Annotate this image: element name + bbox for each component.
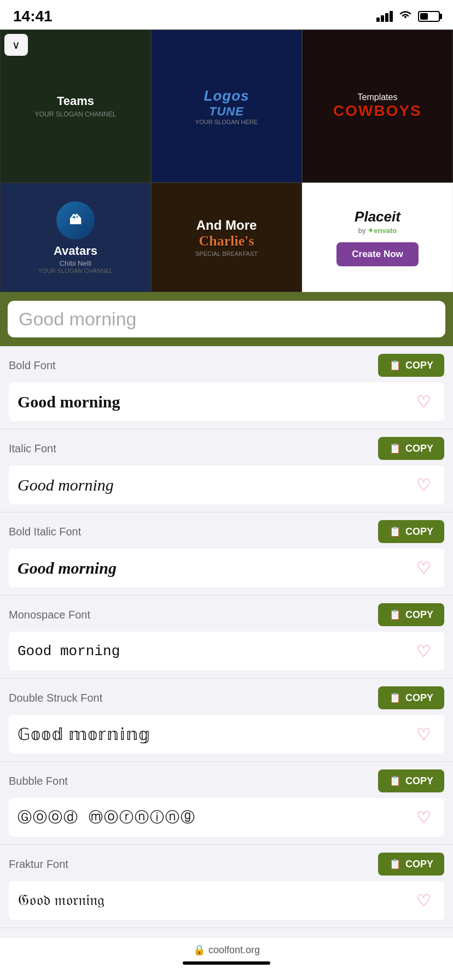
ad-placeit[interactable]: Placeit by ✦envato Create Now: [302, 183, 453, 292]
font-label-bolditalic: Bold Italic Font: [9, 526, 81, 538]
font-card-bubble: Bubble Font 📋 COPY Ⓖⓞⓞⓓ ⓜⓞⓡⓝⓘⓝⓖ ♡: [0, 762, 453, 845]
font-label-bubble: Bubble Font: [9, 775, 68, 788]
copy-icon-fraktur: 📋: [389, 858, 401, 870]
heart-button-bolditalic[interactable]: ♡: [412, 556, 435, 580]
copy-button-bubble[interactable]: 📋 COPY: [378, 769, 444, 792]
copy-icon-bolditalic: 📋: [389, 526, 401, 538]
copy-icon-bold: 📋: [389, 359, 401, 371]
copy-button-bold[interactable]: 📋 COPY: [378, 354, 444, 377]
ad-special-label: SPECIAL BREAKFAST: [195, 250, 258, 257]
ad-teams-sublabel: YOUR SLOGAN CHANNEL: [35, 110, 117, 118]
copy-icon-bubble: 📋: [389, 775, 401, 787]
heart-button-fraktur[interactable]: ♡: [412, 889, 435, 912]
heart-button-doublestruck[interactable]: ♡: [412, 722, 435, 746]
font-list: Bold Font 📋 COPY Good morning ♡ Italic F…: [0, 346, 453, 980]
ad-tile-templates[interactable]: Templates COWBOYS: [302, 30, 453, 183]
heart-button-italic[interactable]: ♡: [412, 473, 435, 497]
copy-button-italic[interactable]: 📋 COPY: [378, 437, 444, 460]
font-card-bolditalic: Bold Italic Font 📋 COPY Good morning ♡: [0, 512, 453, 596]
copy-icon-italic: 📋: [389, 442, 401, 454]
signal-icon: [376, 11, 393, 22]
font-label-fraktur: Fraktur Font: [9, 858, 68, 871]
home-indicator[interactable]: [183, 961, 270, 965]
dropdown-button[interactable]: ∨: [4, 34, 28, 56]
ad-avatars-label: Avatars: [54, 244, 97, 258]
wifi-icon: [398, 9, 413, 24]
search-section: [0, 292, 453, 346]
ad-tile-andmore[interactable]: And More Charlie's SPECIAL BREAKFAST: [151, 183, 302, 292]
search-input[interactable]: [19, 308, 434, 330]
url-text: coolfont.org: [208, 944, 260, 956]
font-label-italic: Italic Font: [9, 442, 56, 455]
font-preview-bolditalic: Good morning: [18, 559, 412, 578]
heart-button-bubble[interactable]: ♡: [412, 806, 435, 829]
font-preview-bubble: Ⓖⓞⓞⓓ ⓜⓞⓡⓝⓘⓝⓖ: [18, 808, 412, 827]
battery-icon: [418, 11, 440, 22]
placeit-create-button[interactable]: Create Now: [336, 242, 419, 266]
heart-button-mono[interactable]: ♡: [412, 639, 435, 663]
font-label-bold: Bold Font: [9, 359, 56, 372]
ad-tile-logos[interactable]: Logos TUNE YOUR SLOGAN HERE: [151, 30, 302, 183]
copy-icon-mono: 📋: [389, 609, 401, 621]
ad-yourslogan-label: YOUR SLOGAN CHANNEL: [38, 267, 113, 274]
avatar-circle: 🏔: [56, 201, 95, 240]
font-card-italic: Italic Font 📋 COPY Good morning ♡: [0, 429, 453, 512]
status-icons: [376, 9, 440, 24]
font-preview-doublestruck: 𝔾𝕠𝕠𝕕 𝕞𝕠𝕣𝕟𝕚𝕟𝕘: [18, 725, 412, 744]
copy-button-fraktur[interactable]: 📋 COPY: [378, 853, 444, 876]
ad-teams-label: Teams: [57, 94, 94, 108]
ad-andmore-label: And More: [196, 218, 257, 233]
placeit-brand: Placeit: [355, 208, 400, 225]
ad-cowboys-label: COWBOYS: [333, 102, 422, 120]
status-bar: 14:41: [0, 0, 453, 30]
search-wrapper: [8, 301, 445, 337]
font-label-mono: Monospace Font: [9, 609, 90, 621]
ad-tile-avatars[interactable]: 🏔 Avatars Chibi Nelli YOUR SLOGAN CHANNE…: [0, 183, 151, 292]
ad-chibinelli-label: Chibi Nelli: [60, 259, 92, 267]
status-time: 14:41: [13, 8, 53, 25]
copy-icon-doublestruck: 📋: [389, 692, 401, 704]
ad-banner: ∨ Teams YOUR SLOGAN CHANNEL Logos TUNE Y…: [0, 30, 453, 292]
font-card-fraktur: Fraktur Font 📋 COPY 𝔊𝔬𝔬𝔡 𝔪𝔬𝔯𝔫𝔦𝔫𝔤 ♡: [0, 845, 453, 928]
copy-button-mono[interactable]: 📋 COPY: [378, 603, 444, 626]
placeit-envato: by ✦envato: [358, 226, 397, 235]
font-card-doublestruck: Double Struck Font 📋 COPY 𝔾𝕠𝕠𝕕 𝕞𝕠𝕣𝕟𝕚𝕟𝕘 ♡: [0, 679, 453, 762]
font-preview-mono: Good morning: [18, 643, 412, 660]
font-preview-italic: Good morning: [18, 476, 412, 494]
bottom-bar: 🔒 coolfont.org: [0, 937, 453, 980]
font-card-mono: Monospace Font 📋 COPY Good morning ♡: [0, 596, 453, 679]
ad-logos-label: Logos: [204, 88, 249, 104]
heart-button-bold[interactable]: ♡: [412, 390, 435, 413]
ad-tune-label: TUNE: [209, 104, 244, 119]
ad-tune-sublabel: YOUR SLOGAN HERE: [195, 119, 258, 125]
lock-icon: 🔒: [193, 944, 205, 956]
font-card-bold: Bold Font 📋 COPY Good morning ♡: [0, 346, 453, 429]
ad-charlies-label: Charlie's: [199, 233, 254, 249]
font-preview-fraktur: 𝔊𝔬𝔬𝔡 𝔪𝔬𝔯𝔫𝔦𝔫𝔤: [18, 891, 412, 909]
copy-button-bolditalic[interactable]: 📋 COPY: [378, 520, 444, 543]
url-display: 🔒 coolfont.org: [0, 944, 453, 956]
font-label-doublestruck: Double Struck Font: [9, 692, 102, 704]
ad-templates-label: Templates: [358, 92, 398, 102]
copy-button-doublestruck[interactable]: 📋 COPY: [378, 686, 444, 709]
font-preview-bold: Good morning: [18, 393, 412, 411]
